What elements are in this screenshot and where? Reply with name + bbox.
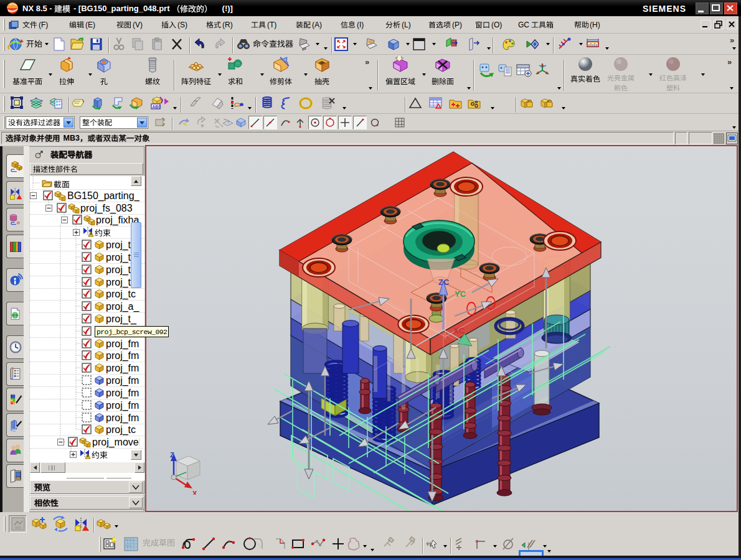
svg-text:YC: YC [455,289,466,299]
svg-text:XC: XC [453,326,465,335]
svg-text:Z: Z [170,451,174,459]
svg-text:ZC: ZC [438,278,450,287]
svg-text:X: X [192,490,197,495]
svg-text:ABC: ABC [153,105,161,109]
